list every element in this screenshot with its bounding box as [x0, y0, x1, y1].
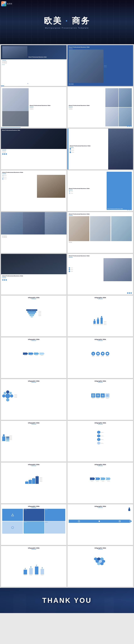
slide7-title: About Professional Business Slide — [2, 172, 65, 173]
slide-12: About Professional Business Slide 1 Text… — [67, 254, 133, 295]
infographic-11: Infographic Slide — [1, 504, 67, 545]
slides-grid: About Professional Business Slide Tar Ti… — [0, 44, 134, 588]
infographic6-title: Infographic Slide — [69, 380, 132, 382]
svg-point-2 — [2, 4, 3, 5]
infographic-14: Infographic Slide — [67, 546, 133, 587]
infographic9-title: Infographic Slide — [2, 464, 65, 465]
slide5-title: About Professional Business Slide — [2, 130, 66, 131]
svg-rect-5 — [97, 353, 99, 354]
hero-title-sep: · — [66, 16, 68, 25]
slide3-title: About Professional Business Slide — [30, 105, 65, 106]
hero-title-part1: 欧美 — [44, 16, 62, 25]
infographic-13: Infographic Slide A Text here B Text her… — [1, 546, 67, 587]
infographic5-title: Infographic Slide — [2, 380, 65, 382]
slide-7: About Professional Business Slide Text h… — [1, 170, 67, 211]
infographic-6: Infographic Slide Text here — [67, 379, 133, 420]
svg-point-0 — [2, 2, 3, 4]
slide2-title: About Professional Business Slide — [69, 46, 132, 48]
svg-point-9 — [6, 398, 9, 402]
infographic13-title: Infographic Slide — [2, 547, 65, 549]
slide-11: About Professional Business Slide Tar Ti… — [1, 254, 67, 295]
infographic-1: Infographic Slide ▼ Tex — [1, 296, 67, 336]
infographic2-title: Infographic Slide — [69, 297, 132, 298]
infographic11-title: Infographic Slide — [2, 506, 65, 507]
infographic-7: Infographic Slide — [1, 421, 67, 462]
slide-2: About Professional Business Slide Text h… — [67, 45, 133, 86]
svg-point-4 — [2, 178, 3, 180]
svg-point-3 — [4, 4, 5, 5]
slide11-title: About Professional Business Slide — [2, 275, 65, 277]
slide1-text1: Tar Title Here — [2, 61, 65, 62]
infographic-4: Infographic Slide Text here Text — [67, 338, 133, 378]
slide-6: About Professional Business Slide Text h… — [67, 128, 133, 170]
slide-3: About Professional Business Slide Tar Ti… — [1, 87, 67, 128]
infographic-3: Infographic Slide Text here Text here Te… — [1, 338, 67, 378]
slide-8: About Professional Business Slide Text h… — [67, 170, 133, 211]
infographic-8: Infographic Slide 1 Text here — [67, 421, 133, 462]
slide-5: About Professional Business Slide Tar Ti… — [1, 128, 67, 170]
svg-point-12 — [4, 392, 6, 394]
slide-1: About Professional Business Slide Tar Ti… — [1, 45, 67, 86]
svg-point-6 — [102, 353, 103, 354]
slide10-title: About Professional Business Slide — [69, 213, 132, 215]
deco-plus: + — [27, 82, 28, 85]
slide-4: About Professional Business Slide Tar Ti… — [67, 87, 133, 128]
svg-point-10 — [2, 394, 5, 398]
svg-point-1 — [4, 2, 5, 4]
infographic3-title: Infographic Slide — [2, 339, 65, 340]
slide-9: Tar Title Here Tar Title Here — [1, 212, 67, 253]
slide-10: About Professional Business Slide Text h… — [67, 212, 133, 253]
infographic8-title: Infographic Slide — [69, 422, 132, 424]
infographic14-title: Infographic Slide — [69, 547, 132, 549]
slide4-title: About Professional Business Slide — [69, 105, 104, 106]
watermark-logo — [1, 1, 6, 6]
slide2-text: Text here — [104, 65, 132, 66]
infographic-9: Infographic Slide A B C — [1, 462, 67, 504]
svg-point-16 — [11, 526, 14, 529]
infographic-2: Infographic Slide Text here Text here — [67, 296, 133, 336]
infographic10-title: Infographic Slide — [69, 464, 132, 465]
slide12-title: About Professional Business Slide — [69, 255, 132, 257]
infographic7-title: Infographic Slide — [2, 422, 65, 424]
watermark: 奥界网 — [1, 1, 12, 6]
hero-section: 奥界网 欧美 · 商务 Multipurpose Presentation Te… — [0, 0, 134, 44]
slide1-text2: Tar Title Here — [2, 62, 65, 64]
infographic12-title: Infographic Slide — [69, 506, 132, 507]
thankyou-text: THANK YOU — [42, 596, 92, 604]
infographic-12: Infographic Slide — [67, 504, 133, 545]
svg-point-8 — [6, 390, 9, 394]
slide8-title: About Professional Business Slide — [69, 188, 106, 189]
svg-point-7 — [5, 394, 10, 398]
slide6-title: About Professional Business Slide — [70, 145, 107, 147]
infographic1-title: Infographic Slide — [2, 297, 65, 298]
svg-point-11 — [10, 394, 13, 398]
infographic-10: Infographic Slide 1 2 3 — [67, 462, 133, 504]
infographic4-title: Infographic Slide — [69, 339, 132, 340]
hero-title: 欧美 · 商务 Multipurpose Presentation Templa… — [44, 15, 90, 29]
infographic-5: Infographic Slide — [1, 379, 67, 420]
hero-title-part2: 商务 — [72, 16, 90, 25]
hero-subtitle: Multipurpose Presentation Template — [44, 27, 90, 29]
svg-point-17 — [78, 520, 80, 522]
watermark-text: 奥界网 — [7, 3, 12, 5]
thankyou-section: THANK YOU — [0, 588, 134, 613]
svg-point-13 — [9, 392, 12, 394]
